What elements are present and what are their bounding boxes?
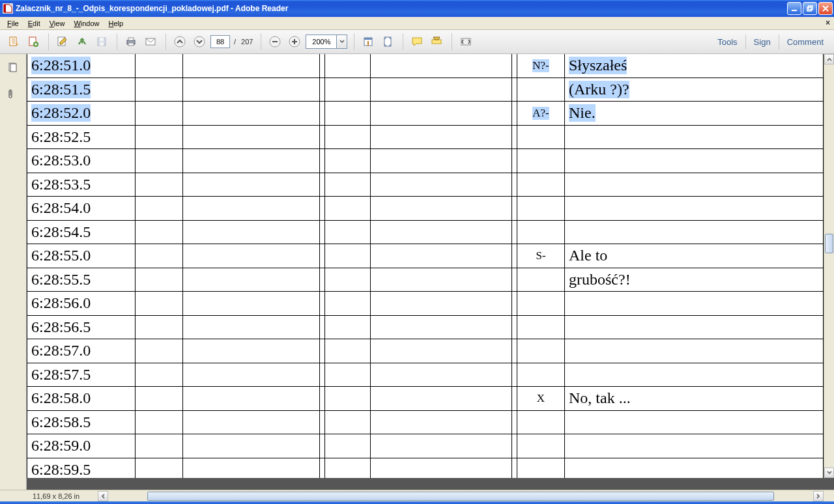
zoom-select[interactable]	[306, 35, 347, 49]
table-row: 6:28:59.0	[27, 434, 824, 458]
zoom-dropdown-icon[interactable]	[336, 35, 347, 48]
col4-cell	[324, 339, 371, 363]
time-cell: 6:28:57.5	[27, 363, 136, 387]
email-icon[interactable]	[142, 33, 159, 50]
speaker-cell: A?-	[517, 102, 565, 126]
time-cell: 6:28:56.5	[27, 316, 136, 340]
col4-cell	[324, 411, 371, 435]
menu-view[interactable]: View	[45, 18, 70, 29]
fit-page-icon[interactable]	[379, 33, 396, 50]
read-mode-icon[interactable]	[457, 33, 474, 50]
text-cell	[565, 363, 824, 387]
doc-close-x[interactable]: ×	[826, 18, 830, 27]
create-pdf-icon[interactable]	[25, 33, 42, 50]
fit-width-icon[interactable]	[360, 33, 377, 50]
text-cell	[565, 197, 824, 221]
scroll-right-arrow-icon[interactable]	[813, 491, 824, 501]
speaker-cell: N?-	[517, 54, 565, 78]
col3-cell	[183, 221, 320, 245]
restore-button[interactable]	[803, 2, 817, 15]
h-scroll-track[interactable]	[108, 491, 813, 501]
speaker-cell	[517, 339, 565, 363]
col3-cell	[183, 387, 320, 411]
comment-bubble-icon[interactable]	[409, 33, 425, 50]
col4-cell	[324, 149, 371, 173]
gap-cell	[512, 54, 517, 78]
document-pane[interactable]: 6:28:51.0N?-Słyszałeś6:28:51.5(Arku ?)?6…	[27, 54, 834, 490]
speaker-cell: S-	[517, 244, 565, 268]
time-cell: 6:28:51.5	[27, 78, 136, 102]
toolbar-right: Tools Sign Comment	[710, 35, 831, 49]
v-scroll-track[interactable]	[824, 64, 834, 468]
table-row: 6:28:51.0N?-Słyszałeś	[27, 54, 824, 78]
minimize-button[interactable]	[787, 2, 801, 15]
gap-cell	[512, 102, 517, 126]
gap-cell	[512, 339, 517, 363]
menu-edit[interactable]: Edit	[23, 18, 45, 29]
h-scroll-thumb[interactable]	[147, 492, 774, 501]
menu-help[interactable]: Help	[104, 18, 128, 29]
zoom-in-icon[interactable]	[286, 33, 303, 50]
thumbnails-tab-icon[interactable]	[3, 58, 23, 77]
gap-cell	[320, 292, 324, 316]
table-row: 6:28:53.5	[27, 173, 824, 197]
horizontal-scrollbar[interactable]	[98, 491, 824, 501]
text-cell	[565, 221, 824, 245]
text-cell	[565, 458, 824, 479]
page-number-input[interactable]	[210, 35, 230, 48]
col5-cell	[371, 149, 512, 173]
attachments-tab-icon[interactable]	[3, 84, 23, 104]
edit-pdf-icon[interactable]	[54, 33, 71, 50]
speaker-cell: X	[517, 387, 565, 411]
col2-cell	[136, 244, 183, 268]
export-pdf-icon[interactable]	[5, 33, 22, 50]
svg-rect-13	[128, 38, 134, 40]
page-down-icon[interactable]	[191, 33, 208, 50]
col3-cell	[183, 78, 320, 102]
col2-cell	[136, 102, 183, 126]
svg-rect-2	[792, 10, 797, 11]
col5-cell	[371, 363, 512, 387]
col3-cell	[183, 149, 320, 173]
table-row: 6:28:55.5grubość?!	[27, 268, 824, 292]
page-up-icon[interactable]	[171, 33, 188, 50]
scroll-left-arrow-icon[interactable]	[98, 491, 108, 501]
menu-file[interactable]: File	[3, 18, 23, 29]
col2-cell	[136, 197, 183, 221]
time-cell: 6:28:54.0	[27, 197, 136, 221]
text-cell	[565, 339, 824, 363]
gap-cell	[512, 221, 517, 245]
print-icon[interactable]	[122, 33, 139, 50]
close-button[interactable]	[818, 2, 833, 15]
gap-cell	[320, 149, 324, 173]
time-cell: 6:28:51.0	[27, 54, 136, 78]
share-icon[interactable]	[74, 33, 91, 50]
time-cell: 6:28:59.0	[27, 434, 136, 458]
zoom-out-icon[interactable]	[266, 33, 283, 50]
scroll-up-arrow-icon[interactable]	[824, 54, 834, 64]
tools-pane-button[interactable]: Tools	[710, 35, 745, 49]
gap-cell	[320, 411, 324, 435]
gap-cell	[320, 197, 324, 221]
col5-cell	[371, 126, 512, 150]
text-cell: Nie.	[565, 102, 824, 126]
col4-cell	[324, 268, 371, 292]
gap-cell	[320, 244, 324, 268]
col3-cell	[183, 268, 320, 292]
save-icon[interactable]	[93, 33, 110, 50]
zoom-input[interactable]	[306, 36, 336, 48]
highlight-icon[interactable]	[428, 33, 445, 50]
comment-pane-button[interactable]: Comment	[779, 35, 831, 49]
v-scroll-thumb[interactable]	[825, 234, 833, 253]
col5-cell	[371, 434, 512, 458]
window-controls	[787, 2, 833, 15]
speaker-cell	[517, 173, 565, 197]
vertical-scrollbar[interactable]	[824, 54, 834, 478]
sign-pane-button[interactable]: Sign	[745, 35, 779, 49]
menu-window[interactable]: Window	[69, 18, 104, 29]
scroll-down-arrow-icon[interactable]	[824, 468, 834, 478]
table-row: 6:28:53.0	[27, 149, 824, 173]
gap-cell	[320, 173, 324, 197]
table-row: 6:28:54.5	[27, 221, 824, 245]
window-title: Zalacznik_nr_8_-_Odpis_korespondencji_po…	[16, 4, 787, 13]
